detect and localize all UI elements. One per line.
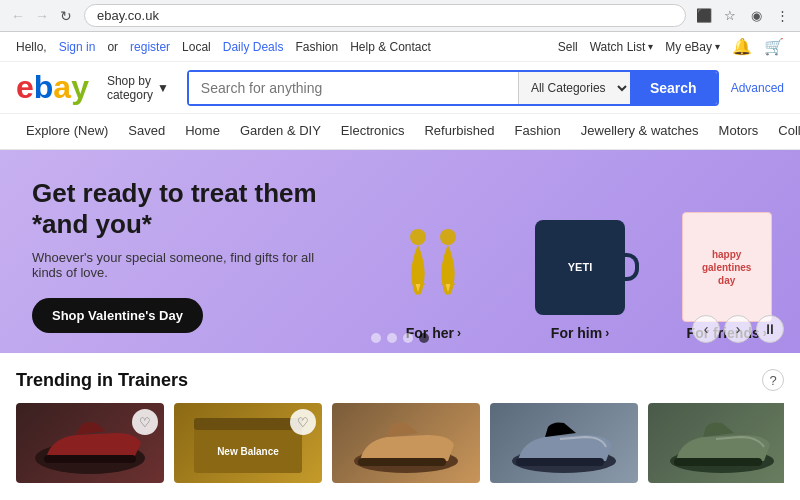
svg-rect-10 — [516, 458, 604, 466]
sneaker-svg-3 — [332, 403, 480, 483]
ebay-top-bar: Hello, Sign in or register Local Daily D… — [0, 32, 800, 62]
svg-point-1 — [440, 229, 456, 245]
watchlist-chevron: ▾ — [648, 41, 653, 52]
nav-item-home[interactable]: Home — [175, 115, 230, 149]
earring-svg — [393, 222, 473, 312]
carousel-dot-2[interactable] — [387, 333, 397, 343]
product-card-4[interactable] — [490, 403, 638, 483]
myebay-chevron: ▾ — [715, 41, 720, 52]
greeting-text: Hello, — [16, 40, 47, 54]
hero-title: Get ready to treat them *and you* — [32, 178, 336, 240]
help-contact-link[interactable]: Help & Contact — [350, 40, 431, 54]
trending-title: Trending in Trainers — [16, 370, 188, 391]
notifications-icon[interactable]: 🔔 — [732, 37, 752, 56]
trending-section: Trending in Trainers ? ♡ New Balanc — [0, 353, 800, 491]
search-container: All Categories Search — [187, 70, 719, 106]
trending-help-button[interactable]: ? — [762, 369, 784, 391]
shop-by-chevron: ▼ — [157, 81, 169, 95]
carousel-dot-1[interactable] — [371, 333, 381, 343]
carousel-dot-3[interactable] — [403, 333, 413, 343]
product-card-5[interactable] — [648, 403, 784, 483]
sneaker-svg-5 — [648, 403, 784, 483]
navigation-bar: Explore (New) Saved Home Garden & DIY El… — [0, 114, 800, 150]
card-shape: happy galentines day — [682, 212, 772, 322]
menu-button[interactable]: ⋮ — [772, 6, 792, 26]
logo-letter-a: a — [53, 69, 71, 106]
category-select[interactable]: All Categories — [518, 72, 630, 104]
card-image: happy galentines day — [682, 217, 772, 317]
trending-header: Trending in Trainers ? — [16, 369, 784, 391]
mug-handle — [623, 253, 639, 281]
or-text: or — [107, 40, 118, 54]
browser-nav-buttons: ← → ↻ — [8, 6, 76, 26]
card-text: happy galentines day — [702, 248, 751, 287]
daily-deals-link[interactable]: Daily Deals — [223, 40, 284, 54]
svg-rect-5 — [194, 418, 302, 430]
forward-button[interactable]: → — [32, 6, 52, 26]
nav-item-motors[interactable]: Motors — [709, 115, 769, 149]
carousel-prev-button[interactable]: ‹ — [692, 315, 720, 343]
watchlist-label: Watch List — [590, 40, 646, 54]
product-card-3[interactable] — [332, 403, 480, 483]
ebay-header: e b a y Shop by category ▼ All Categorie… — [0, 62, 800, 114]
carousel-dot-4[interactable] — [419, 333, 429, 343]
nav-item-electronics[interactable]: Electronics — [331, 115, 415, 149]
logo-letter-y: y — [71, 69, 89, 106]
svg-point-0 — [410, 229, 426, 245]
earrings-image — [388, 217, 478, 317]
nav-item-collectables[interactable]: Collectables — [768, 115, 800, 149]
watchlist-button[interactable]: Watch List ▾ — [590, 40, 654, 54]
sell-link[interactable]: Sell — [558, 40, 578, 54]
carousel-pause-button[interactable]: ⏸ — [756, 315, 784, 343]
top-bar-right: Sell Watch List ▾ My eBay ▾ 🔔 🛒 — [558, 37, 784, 56]
bookmark-button[interactable]: ☆ — [720, 6, 740, 26]
product-card-1[interactable]: ♡ — [16, 403, 164, 483]
product-image-5 — [648, 403, 784, 483]
nav-item-refurbished[interactable]: Refurbished — [414, 115, 504, 149]
search-button[interactable]: Search — [630, 72, 717, 104]
search-input[interactable] — [189, 72, 518, 104]
sign-in-link[interactable]: Sign in — [59, 40, 96, 54]
product-image-3 — [332, 403, 480, 483]
category-label: category — [107, 88, 153, 102]
cart-icon[interactable]: 🛒 — [764, 37, 784, 56]
for-her-chevron: › — [457, 326, 461, 340]
nav-item-fashion[interactable]: Fashion — [505, 115, 571, 149]
shop-by-category-button[interactable]: Shop by category ▼ — [101, 70, 175, 106]
register-link[interactable]: register — [130, 40, 170, 54]
nav-item-explore[interactable]: Explore (New) — [16, 115, 118, 149]
hero-left-content: Get ready to treat them *and you* Whoeve… — [0, 150, 360, 353]
svg-rect-12 — [674, 458, 762, 466]
mug-shape: YETI — [535, 220, 625, 315]
address-bar-text: ebay.co.uk — [97, 8, 159, 23]
nav-item-jewellery[interactable]: Jewellery & watches — [571, 115, 709, 149]
carousel-dots — [371, 333, 429, 343]
svg-rect-3 — [44, 455, 136, 463]
top-bar-left: Hello, Sign in or register Local Daily D… — [16, 40, 431, 54]
nav-item-saved[interactable]: Saved — [118, 115, 175, 149]
product-image-4 — [490, 403, 638, 483]
cast-button[interactable]: ⬛ — [694, 6, 714, 26]
myebay-label: My eBay — [665, 40, 712, 54]
mug-text: YETI — [568, 261, 592, 273]
advanced-search-link[interactable]: Advanced — [731, 81, 784, 95]
myebay-button[interactable]: My eBay ▾ — [665, 40, 720, 54]
back-button[interactable]: ← — [8, 6, 28, 26]
product-card-2[interactable]: New Balance ♡ — [174, 403, 322, 483]
reload-button[interactable]: ↻ — [56, 6, 76, 26]
carousel-next-button[interactable]: › — [724, 315, 752, 343]
profile-button[interactable]: ◉ — [746, 6, 766, 26]
nav-item-garden[interactable]: Garden & DIY — [230, 115, 331, 149]
browser-actions: ⬛ ☆ ◉ ⋮ — [694, 6, 792, 26]
shop-valentines-button[interactable]: Shop Valentine's Day — [32, 298, 203, 333]
sneaker-svg-4 — [490, 403, 638, 483]
hero-title-line1: Get ready to treat them — [32, 178, 317, 208]
fashion-link[interactable]: Fashion — [295, 40, 338, 54]
hero-title-line2: *and you* — [32, 209, 152, 239]
local-link[interactable]: Local — [182, 40, 211, 54]
logo-letter-b: b — [34, 69, 54, 106]
hero-product-for-her[interactable]: For her › — [360, 207, 507, 353]
address-bar[interactable]: ebay.co.uk — [84, 4, 686, 27]
hero-product-for-him[interactable]: YETI For him › — [507, 207, 654, 353]
ebay-logo[interactable]: e b a y — [16, 69, 89, 106]
